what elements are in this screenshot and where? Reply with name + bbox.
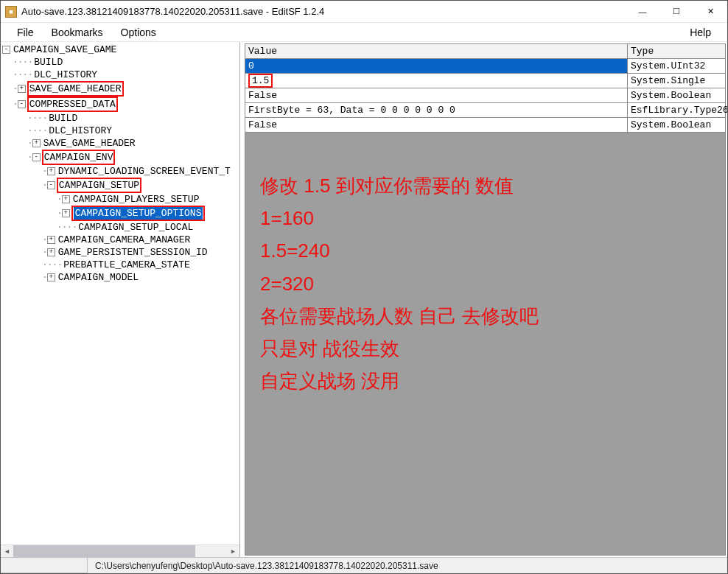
grid-row[interactable]: 1.5 System.Single (245, 74, 725, 88)
grid-row[interactable]: False System.Boolean (245, 88, 725, 103)
window-controls: — ☐ ✕ (626, 1, 727, 23)
tree-node[interactable]: ·- CAMPAIGN_ENV (2, 150, 239, 165)
expand-icon[interactable]: + (62, 209, 70, 217)
window-title: Auto-save.123.38121409183778.14022020.20… (21, 6, 626, 17)
tree-node[interactable]: ····DLC_HISTORY (2, 125, 239, 137)
tree-node[interactable]: ·+ CAMPAIGN_MODEL (2, 271, 239, 284)
grid-header: Value Type (245, 44, 725, 59)
close-button[interactable]: ✕ (693, 1, 727, 23)
collapse-icon[interactable]: - (47, 181, 55, 189)
annotation-overlay: 修改 1.5 到对应你需要的 数值 1=160 1.5=240 2=320 各位… (260, 169, 539, 397)
expand-icon[interactable]: + (32, 139, 41, 147)
tree-node[interactable]: ·+ SAVE_GAME_HEADER (2, 81, 239, 97)
tree-node-selected[interactable]: ·+ CAMPAIGN_SETUP_OPTIONS (2, 206, 239, 221)
scroll-left-icon[interactable]: ◀ (1, 545, 13, 557)
tree-node[interactable]: ·- COMPRESSED_DATA (2, 97, 239, 112)
grid-row[interactable]: False System.Boolean (245, 118, 725, 133)
scroll-right-icon[interactable]: ▶ (227, 545, 239, 557)
menu-options[interactable]: Options (112, 24, 165, 41)
right-panel: Value Type 0 System.UInt32 1.5 System.Si… (240, 42, 727, 557)
grid-row[interactable]: FirstByte = 63, Data = 0 0 0 0 0 0 0 Esf… (245, 103, 725, 118)
tree-node[interactable]: ·+ GAME_PERSISTENT_SESSION_ID (2, 246, 239, 259)
tree-node[interactable]: ·+ CAMPAIGN_PLAYERS_SETUP (2, 193, 239, 206)
tree-node[interactable]: ·+ SAVE_GAME_HEADER (2, 137, 239, 150)
maximize-button[interactable]: ☐ (659, 1, 693, 23)
tree-node[interactable]: ····PREBATTLE_CAMERA_STATE (2, 259, 239, 271)
tree-node[interactable]: ····CAMPAIGN_SETUP_LOCAL (2, 221, 239, 234)
expand-icon[interactable]: + (47, 167, 55, 175)
menu-bookmarks[interactable]: Bookmarks (43, 24, 112, 41)
expand-icon[interactable]: + (18, 85, 26, 93)
horizontal-scrollbar[interactable]: ◀ ▶ (1, 545, 239, 557)
app-icon: ■ (5, 6, 17, 18)
statusbar: C:\Users\chenyufeng\Desktop\Auto-save.12… (1, 557, 727, 573)
col-value[interactable]: Value (245, 44, 628, 58)
minimize-button[interactable]: — (626, 1, 659, 23)
tree-node[interactable]: ····BUILD (2, 56, 239, 69)
tree-scroll[interactable]: - CAMPAIGN_SAVE_GAME ····BUILD ····DLC_H… (1, 42, 239, 545)
tree-node[interactable]: ····DLC_HISTORY (2, 69, 239, 81)
col-type[interactable]: Type (628, 44, 725, 58)
tree-node-root[interactable]: - CAMPAIGN_SAVE_GAME (2, 43, 239, 56)
main-area: - CAMPAIGN_SAVE_GAME ····BUILD ····DLC_H… (1, 42, 727, 557)
data-grid[interactable]: Value Type 0 System.UInt32 1.5 System.Si… (245, 43, 726, 556)
menu-help[interactable]: Help (681, 24, 720, 41)
tree-node[interactable]: ·- CAMPAIGN_SETUP (2, 178, 239, 193)
tree-node[interactable]: ·+ DYNAMIC_LOADING_SCREEN_EVENT_T (2, 165, 239, 178)
tree-node[interactable]: ·+ CAMPAIGN_CAMERA_MANAGER (2, 234, 239, 246)
grid-row-selected[interactable]: 0 System.UInt32 (245, 59, 725, 74)
tree-node[interactable]: ····BUILD (2, 112, 239, 125)
expand-icon[interactable]: + (47, 248, 55, 256)
collapse-icon[interactable]: - (2, 46, 10, 54)
collapse-icon[interactable]: - (18, 100, 26, 108)
scroll-thumb[interactable] (13, 545, 195, 557)
menubar: File Bookmarks Options Help (1, 23, 727, 42)
status-grip (1, 558, 88, 573)
expand-icon[interactable]: + (47, 236, 55, 244)
menu-file[interactable]: File (8, 24, 43, 41)
status-path: C:\Users\chenyufeng\Desktop\Auto-save.12… (88, 561, 438, 571)
tree-panel: - CAMPAIGN_SAVE_GAME ····BUILD ····DLC_H… (1, 42, 240, 557)
collapse-icon[interactable]: - (32, 153, 41, 161)
expand-icon[interactable]: + (62, 195, 70, 203)
titlebar: ■ Auto-save.123.38121409183778.14022020.… (1, 1, 727, 23)
expand-icon[interactable]: + (47, 273, 55, 281)
